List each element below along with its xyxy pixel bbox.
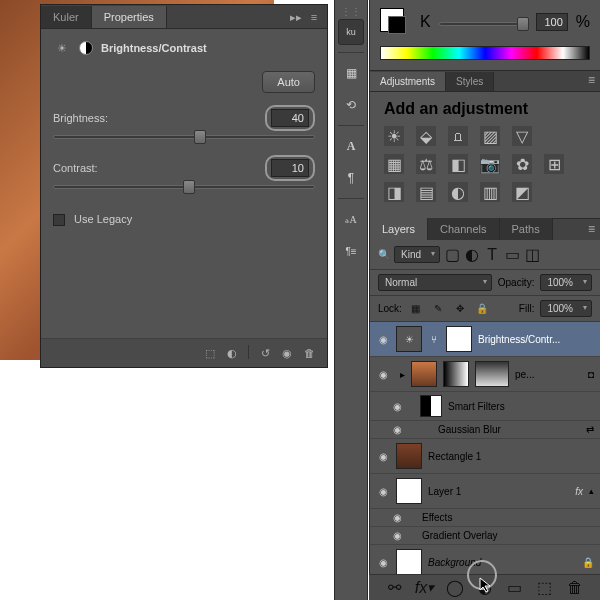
eye-icon[interactable]: ◉: [376, 486, 390, 497]
fx-label[interactable]: fx: [575, 486, 583, 497]
use-legacy-checkbox[interactable]: [53, 214, 65, 226]
adj-vibrance-icon[interactable]: ▽: [512, 126, 532, 146]
adj-balance-icon[interactable]: ⚖: [416, 154, 436, 174]
filter-settings-icon[interactable]: ⇄: [586, 424, 594, 435]
filter-smart-icon[interactable]: ◫: [524, 247, 540, 263]
background-swatch[interactable]: [388, 16, 406, 34]
trash-icon[interactable]: 🗑: [567, 580, 583, 596]
adjustment-thumb: ☀: [396, 326, 422, 352]
layer-label: Brightness/Contr...: [478, 334, 594, 345]
fill-dropdown[interactable]: 100%: [540, 300, 592, 317]
visibility-icon[interactable]: ◉: [279, 345, 295, 361]
eye-icon[interactable]: ◉: [376, 557, 390, 568]
smart-filters-row[interactable]: ◉ Smart Filters: [370, 392, 600, 421]
reset-icon[interactable]: ↺: [257, 345, 273, 361]
layer-person[interactable]: ◉ ▸ pe... ◘: [370, 357, 600, 392]
adj-bw-icon[interactable]: ◧: [448, 154, 468, 174]
layer-rectangle1[interactable]: ◉ Rectangle 1: [370, 439, 600, 474]
adj-poster-icon[interactable]: ▤: [416, 182, 436, 202]
lock-all-icon[interactable]: 🔒: [474, 301, 490, 317]
filter-adjust-icon[interactable]: ◐: [464, 247, 480, 263]
eye-icon[interactable]: ◉: [390, 530, 404, 541]
adjustments-menu-icon[interactable]: ≡: [584, 69, 600, 91]
tab-layers[interactable]: Layers: [370, 218, 428, 240]
adj-mixer-icon[interactable]: ✿: [512, 154, 532, 174]
tab-adjustments[interactable]: Adjustments: [370, 72, 446, 91]
adj-threshold-icon[interactable]: ◐: [448, 182, 468, 202]
adj-levels-icon[interactable]: ⬙: [416, 126, 436, 146]
char-styles-icon[interactable]: ₐA: [338, 206, 364, 232]
eye-icon[interactable]: ◉: [376, 334, 390, 345]
contrast-slider[interactable]: [53, 185, 315, 189]
adj-curves-icon[interactable]: ⩍: [448, 126, 468, 146]
brightness-slider[interactable]: [53, 135, 315, 139]
opacity-dropdown[interactable]: 100%: [540, 274, 592, 291]
adj-brightness-icon[interactable]: ☀: [384, 126, 404, 146]
filter-shape-icon[interactable]: ▭: [504, 247, 520, 263]
panel-menu-icon[interactable]: ≡: [307, 10, 321, 24]
eye-icon[interactable]: ◉: [390, 401, 404, 412]
k-input[interactable]: [536, 13, 568, 31]
fx-collapse-icon[interactable]: ▴: [589, 486, 594, 496]
eye-icon[interactable]: ◉: [390, 424, 404, 435]
contrast-input[interactable]: [271, 159, 309, 177]
lock-pos-icon[interactable]: ✥: [452, 301, 468, 317]
history-icon[interactable]: ⟲: [338, 92, 364, 118]
lock-trans-icon[interactable]: ▦: [408, 301, 424, 317]
eye-icon[interactable]: ◉: [390, 512, 404, 523]
properties-panel: Kuler Properties ▸▸ ≡ ☀ Brightness/Contr…: [40, 4, 328, 368]
k-thumb[interactable]: [517, 17, 529, 31]
new-layer-icon[interactable]: ⬚: [537, 580, 553, 596]
adj-photo-icon[interactable]: 📷: [480, 154, 500, 174]
layers-menu-icon[interactable]: ≡: [584, 218, 600, 240]
collapse-icon[interactable]: ▸▸: [289, 10, 303, 24]
adjustment-title: Brightness/Contrast: [101, 42, 207, 54]
brightness-input[interactable]: [271, 109, 309, 127]
layer-brightness-contrast[interactable]: ◉ ☀ ⑂ Brightness/Contr...: [370, 322, 600, 357]
k-slider[interactable]: [439, 22, 528, 26]
mask-thumb[interactable]: [443, 361, 469, 387]
layer-layer1[interactable]: ◉ Layer 1 fx ▴: [370, 474, 600, 509]
mask-button-icon[interactable]: ◯: [447, 580, 463, 596]
lock-pixel-icon[interactable]: ✎: [430, 301, 446, 317]
eye-icon[interactable]: ◉: [376, 451, 390, 462]
adj-selective-icon[interactable]: ◩: [512, 182, 532, 202]
adj-exposure-icon[interactable]: ▨: [480, 126, 500, 146]
brightness-thumb[interactable]: [194, 130, 206, 144]
layers-lock-row: Lock: ▦ ✎ ✥ 🔒 Fill: 100%: [370, 296, 600, 322]
gaussian-blur-row[interactable]: ◉ Gaussian Blur ⇄: [370, 421, 600, 439]
adj-lut-icon[interactable]: ⊞: [544, 154, 564, 174]
tab-kuler[interactable]: Kuler: [41, 6, 92, 28]
view-previous-icon[interactable]: ◐: [224, 345, 240, 361]
dock-grip[interactable]: ⋮⋮: [341, 6, 361, 16]
adj-gradient-icon[interactable]: ▥: [480, 182, 500, 202]
filter-type-icon[interactable]: T: [484, 247, 500, 263]
para-styles-icon[interactable]: ¶≡: [338, 238, 364, 264]
clip-icon[interactable]: ⬚: [202, 345, 218, 361]
tab-styles[interactable]: Styles: [446, 72, 494, 91]
character-icon[interactable]: A: [338, 133, 364, 159]
tab-channels[interactable]: Channels: [428, 218, 499, 240]
tab-paths[interactable]: Paths: [500, 218, 553, 240]
group-icon[interactable]: ▭: [507, 580, 523, 596]
color-spectrum[interactable]: [380, 46, 590, 60]
adj-invert-icon[interactable]: ◨: [384, 182, 404, 202]
filter-image-icon[interactable]: ▢: [444, 247, 460, 263]
blend-mode-dropdown[interactable]: Normal: [378, 274, 492, 291]
paragraph-icon[interactable]: ¶: [338, 165, 364, 191]
mask-thumb[interactable]: [446, 326, 472, 352]
link-layers-icon[interactable]: ⚯: [387, 580, 403, 596]
kind-dropdown[interactable]: Kind: [394, 246, 440, 263]
trash-icon[interactable]: 🗑: [301, 345, 317, 361]
eye-icon[interactable]: ◉: [376, 369, 390, 380]
histogram-icon[interactable]: ▦: [338, 60, 364, 86]
adj-hue-icon[interactable]: ▦: [384, 154, 404, 174]
gradient-overlay-row[interactable]: ◉ Gradient Overlay: [370, 527, 600, 545]
kuler-icon[interactable]: ku: [338, 19, 364, 45]
effects-row[interactable]: ◉ Effects: [370, 509, 600, 527]
contrast-thumb[interactable]: [183, 180, 195, 194]
auto-button[interactable]: Auto: [262, 71, 315, 93]
tab-properties[interactable]: Properties: [92, 6, 167, 28]
fx-button-icon[interactable]: fx▾: [417, 580, 433, 596]
filter-mask-thumb[interactable]: [420, 395, 442, 417]
